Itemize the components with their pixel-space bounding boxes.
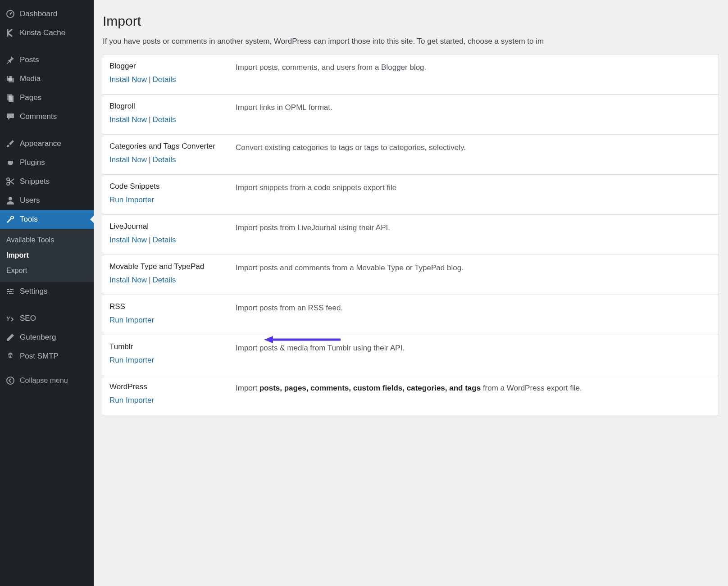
importer-name: Blogroll [109,102,236,111]
sidebar-item-pages[interactable]: Pages [0,88,94,107]
sidebar-label: Snippets [20,177,50,186]
sidebar-item-seo[interactable]: Y SEO [0,309,94,328]
sidebar-item-kinsta[interactable]: Kinsta Cache [0,23,94,42]
collapse-menu[interactable]: Collapse menu [0,371,94,390]
importer-name: Blogger [109,62,236,71]
importer-name: RSS [109,302,236,311]
install-now-link[interactable]: Install Now [109,75,147,84]
importer-name: Tumblr [109,342,236,351]
tools-submenu: Available Tools Import Export [0,229,94,282]
submenu-import[interactable]: Import [0,248,94,263]
importer-actions: Run Importer [109,356,236,365]
sidebar-item-dashboard[interactable]: Dashboard [0,5,94,23]
sidebar-item-post-smtp[interactable]: Post SMTP [0,347,94,366]
importer-actions: Install Now|Details [109,115,236,124]
run-importer-link[interactable]: Run Importer [109,396,154,404]
svg-point-8 [9,197,12,200]
importer-desc: Convert existing categories to tags or t… [236,142,466,164]
importer-desc: Import posts, pages, comments, custom fi… [236,382,582,405]
svg-point-10 [7,377,14,384]
sliders-icon [5,286,15,296]
details-link[interactable]: Details [153,236,176,244]
importers-table: Blogger Install Now|Details Import posts… [103,54,719,415]
install-now-link[interactable]: Install Now [109,236,147,244]
svg-rect-3 [9,78,14,82]
importer-actions: Install Now|Details [109,75,236,84]
main-content: Import If you have posts or comments in … [94,0,728,586]
sidebar-item-plugins[interactable]: Plugins [0,153,94,172]
wrench-icon [5,214,15,224]
sidebar-label: Tools [20,215,38,224]
importer-row-categories-tags: Categories and Tags Converter Install No… [103,135,719,175]
importer-actions: Install Now|Details [109,236,236,245]
install-now-link[interactable]: Install Now [109,115,147,124]
details-link[interactable]: Details [153,115,176,124]
importer-desc: Import posts and comments from a Movable… [236,262,464,285]
importer-row-rss: RSS Run Importer Import posts from an RS… [103,295,719,335]
sidebar-item-users[interactable]: Users [0,191,94,210]
importer-desc: Import posts from an RSS feed. [236,302,343,325]
user-icon [5,195,15,205]
pages-icon [5,93,15,103]
importer-name: Movable Type and TypePad [109,262,236,271]
importer-desc: Import snippets from a code snippets exp… [236,182,396,204]
sidebar-item-settings[interactable]: Settings [0,282,94,301]
importer-row-tumblr: Tumblr Run Importer Import posts & media… [103,335,719,375]
run-importer-link[interactable]: Run Importer [109,195,154,204]
intro-text: If you have posts or comments in another… [103,37,719,46]
importer-name: Categories and Tags Converter [109,142,236,151]
submenu-available-tools[interactable]: Available Tools [0,232,94,248]
dashboard-icon [5,9,15,19]
pin-icon [5,55,15,65]
sidebar-label: Kinsta Cache [20,28,65,37]
importer-row-blogger: Blogger Install Now|Details Import posts… [103,55,719,95]
sidebar-item-snippets[interactable]: Snippets [0,172,94,191]
importer-name: Code Snippets [109,182,236,191]
sidebar-item-comments[interactable]: Comments [0,107,94,126]
collapse-icon [5,376,15,386]
plug-icon [5,158,15,168]
install-now-link[interactable]: Install Now [109,276,147,284]
sidebar-item-gutenberg[interactable]: Gutenberg [0,328,94,347]
importer-desc: Import posts & media from Tumblr using t… [236,342,405,365]
importer-actions: Install Now|Details [109,276,236,285]
sidebar-item-posts[interactable]: Posts [0,50,94,69]
importer-row-code-snippets: Code Snippets Run Importer Import snippe… [103,175,719,215]
install-now-link[interactable]: Install Now [109,155,147,164]
sidebar-label: Pages [20,93,41,102]
importer-actions: Run Importer [109,396,236,405]
sidebar-label: Users [20,196,40,205]
sidebar-label: Comments [20,112,57,121]
sidebar-item-media[interactable]: Media [0,69,94,88]
importer-name: WordPress [109,382,236,391]
submenu-export[interactable]: Export [0,263,94,278]
details-link[interactable]: Details [153,276,176,284]
svg-point-1 [10,14,11,15]
run-importer-link[interactable]: Run Importer [109,356,154,364]
page-title: Import [103,14,719,29]
sidebar-item-tools[interactable]: Tools [0,210,94,229]
importer-row-blogroll: Blogroll Install Now|Details Import link… [103,95,719,135]
sidebar-label: Plugins [20,158,45,167]
kinsta-icon [5,28,15,38]
svg-text:Y: Y [6,316,10,322]
sidebar-label: Settings [20,287,47,296]
sidebar-label: Dashboard [20,9,57,18]
importer-name: LiveJournal [109,222,236,231]
importer-actions: Run Importer [109,316,236,325]
admin-sidebar: Dashboard Kinsta Cache Posts Media Pages… [0,0,94,586]
gear-icon [5,351,15,361]
comments-icon [5,112,15,122]
brush-icon [5,139,15,149]
sidebar-label: Gutenberg [20,333,56,342]
importer-desc: Import posts from LiveJournal using thei… [236,222,390,245]
run-importer-link[interactable]: Run Importer [109,316,154,324]
media-icon [5,74,15,84]
sidebar-label: Post SMTP [20,352,59,361]
sidebar-item-appearance[interactable]: Appearance [0,134,94,153]
details-link[interactable]: Details [153,75,176,84]
pencil-icon [5,332,15,342]
sidebar-label: Media [20,74,41,83]
sidebar-label: SEO [20,314,36,323]
details-link[interactable]: Details [153,155,176,164]
